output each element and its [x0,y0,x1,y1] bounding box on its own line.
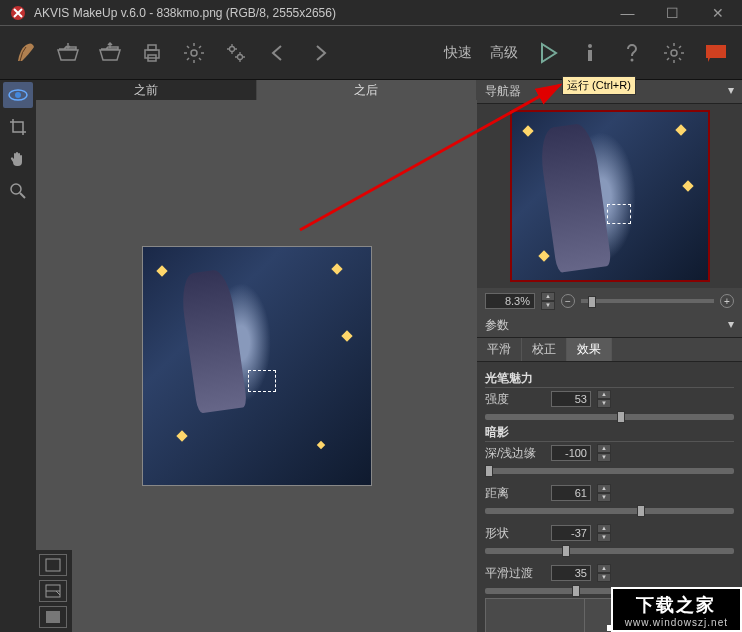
shape-slider[interactable] [485,548,734,554]
strength-label: 强度 [485,391,545,408]
view-mode-1-icon[interactable] [39,554,67,576]
tab-before[interactable]: 之前 [36,80,257,100]
svg-rect-11 [706,45,726,58]
navigator-thumbnail[interactable] [510,110,710,282]
bottom-left-tools [36,550,72,632]
svg-point-14 [15,92,21,98]
edge-down[interactable]: ▼ [597,453,611,462]
edge-slider[interactable] [485,468,734,474]
navigator-viewport[interactable] [607,204,631,224]
shape-value[interactable]: -37 [551,525,591,541]
shape-down[interactable]: ▼ [597,533,611,542]
svg-point-4 [191,50,197,56]
open-icon[interactable] [48,33,88,73]
zoom-step-down[interactable]: ▼ [541,301,555,310]
strength-value[interactable]: 53 [551,391,591,407]
forward-arrow-icon[interactable] [300,33,340,73]
watermark-title: 下载之家 [625,593,728,617]
svg-point-15 [11,184,21,194]
hand-tool-icon[interactable] [3,146,33,172]
settings-gear-1-icon[interactable] [174,33,214,73]
zoom-slider[interactable] [581,299,714,303]
zoom-out-icon[interactable]: − [561,294,575,308]
zoom-value[interactable]: 8.3% [485,293,535,309]
settings-gear-2-icon[interactable] [216,33,256,73]
main-toolbar: 快速 高级 [0,26,742,80]
svg-point-10 [671,50,677,56]
window-title: AKVIS MakeUp v.6.0 - 838kmo.png (RGB/8, … [34,6,605,20]
run-tooltip: 运行 (Ctrl+R) [562,76,636,95]
group-vignette: 暗影 [485,424,734,442]
distance-up[interactable]: ▲ [597,484,611,493]
close-button[interactable]: ✕ [695,0,740,26]
svg-rect-8 [588,50,592,61]
transition-down[interactable]: ▼ [597,573,611,582]
param-tabs: 平滑 校正 效果 [477,338,742,362]
edge-value[interactable]: -100 [551,445,591,461]
preferences-gear-icon[interactable] [654,33,694,73]
view-mode-3-icon[interactable] [39,606,67,628]
svg-point-6 [238,54,243,59]
run-button[interactable] [528,33,568,73]
distance-label: 距离 [485,485,545,502]
distance-down[interactable]: ▼ [597,493,611,502]
quick-mode-button[interactable]: 快速 [436,40,480,66]
help-icon[interactable] [612,33,652,73]
zoom-in-icon[interactable]: + [720,294,734,308]
back-arrow-icon[interactable] [258,33,298,73]
tab-smooth[interactable]: 平滑 [477,338,522,361]
navigator-title: 导航器 [485,83,521,100]
canvas-area[interactable] [36,100,477,632]
save-icon[interactable] [90,33,130,73]
svg-rect-1 [145,50,159,58]
print-icon[interactable] [132,33,172,73]
group-glow: 光笔魅力 [485,370,734,388]
shape-up[interactable]: ▲ [597,524,611,533]
brush-icon[interactable] [6,33,46,73]
zoom-step-up[interactable]: ▲ [541,292,555,301]
svg-line-20 [56,591,60,595]
info-icon[interactable] [570,33,610,73]
watermark: 下载之家 www.windowszj.net [611,587,742,632]
tab-correct[interactable]: 校正 [522,338,567,361]
eye-tool-icon[interactable] [3,82,33,108]
svg-line-16 [20,193,25,198]
svg-rect-17 [46,559,60,571]
transition-up[interactable]: ▲ [597,564,611,573]
distance-slider[interactable] [485,508,734,514]
app-icon [8,3,28,23]
collapse-icon[interactable]: ▾ [728,83,734,100]
svg-rect-2 [148,45,156,50]
crop-tool-icon[interactable] [3,114,33,140]
strength-down[interactable]: ▼ [597,399,611,408]
tab-after[interactable]: 之后 [257,80,478,100]
transition-value[interactable]: 35 [551,565,591,581]
svg-point-5 [230,46,235,51]
zoom-tool-icon[interactable] [3,178,33,204]
advanced-mode-button[interactable]: 高级 [482,40,526,66]
watermark-url: www.windowszj.net [625,617,728,628]
params-header: 参数 ▾ [477,314,742,338]
workspace: 之前 之后 [36,80,477,632]
left-toolbar [0,80,36,632]
right-panel: 导航器 ▾ 8.3% ▲▼ − + 参数 ▾ 平滑 [477,80,742,632]
maximize-button[interactable]: ☐ [650,0,695,26]
edge-up[interactable]: ▲ [597,444,611,453]
edge-label: 深/浅边缘 [485,445,545,462]
svg-point-9 [631,58,634,61]
strength-slider[interactable] [485,414,734,420]
zoom-controls: 8.3% ▲▼ − + [477,288,742,314]
canvas-image [142,246,372,486]
collapse-params-icon[interactable]: ▾ [728,317,734,334]
tab-effect[interactable]: 效果 [567,338,612,361]
shape-label: 形状 [485,525,545,542]
svg-rect-21 [46,611,60,623]
strength-up[interactable]: ▲ [597,390,611,399]
selection-marquee[interactable] [248,370,276,392]
notification-icon[interactable] [696,33,736,73]
view-mode-2-icon[interactable] [39,580,67,602]
svg-point-7 [588,44,592,48]
minimize-button[interactable]: — [605,0,650,26]
distance-value[interactable]: 61 [551,485,591,501]
titlebar: AKVIS MakeUp v.6.0 - 838kmo.png (RGB/8, … [0,0,742,26]
